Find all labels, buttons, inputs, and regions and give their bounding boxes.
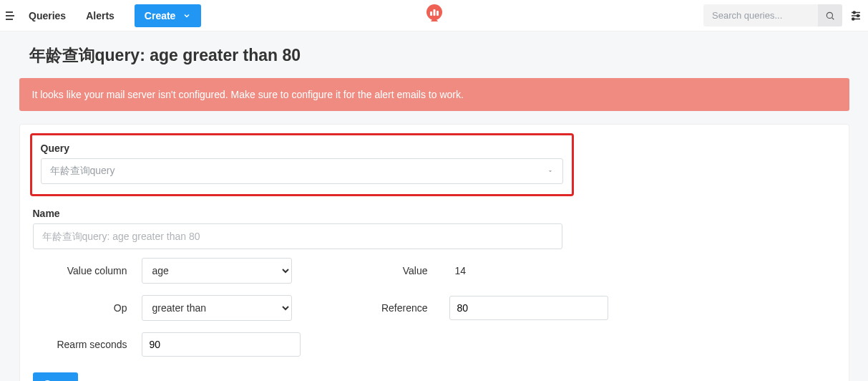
brand-logo [424, 4, 445, 28]
query-highlight-box: Query 年龄查询query [30, 133, 574, 196]
chevron-down-icon [182, 11, 191, 20]
svg-point-11 [852, 18, 854, 20]
svg-line-5 [832, 17, 834, 19]
page-title: 年龄查询query: age greater than 80 [19, 32, 849, 78]
nav-queries[interactable]: Queries [19, 3, 76, 29]
search-button[interactable] [818, 4, 842, 26]
svg-rect-1 [430, 11, 432, 16]
form-panel: Query 年龄查询query Name Value column [19, 124, 849, 381]
svg-point-4 [826, 12, 832, 18]
search-input[interactable] [703, 4, 818, 26]
query-label: Query [41, 143, 563, 154]
caret-down-icon [547, 165, 554, 177]
reference-input[interactable] [449, 296, 608, 320]
op-select[interactable]: greater than [142, 295, 292, 321]
alert-banner: It looks like your mail server isn't con… [19, 78, 849, 111]
svg-point-7 [853, 11, 855, 14]
value-display: 14 [449, 265, 467, 276]
search-container [703, 4, 842, 26]
save-button[interactable]: Save [33, 372, 79, 381]
rearm-label: Rearm seconds [42, 339, 142, 350]
topbar: Queries Alerts Create [0, 0, 868, 32]
reference-label: Reference [306, 302, 449, 314]
menu-icon[interactable] [6, 7, 19, 24]
value-label: Value [306, 265, 449, 276]
search-icon [825, 11, 835, 21]
create-button-label: Create [145, 10, 176, 21]
sliders-icon [849, 9, 862, 22]
svg-rect-3 [437, 11, 439, 16]
value-column-select[interactable]: age [142, 258, 292, 284]
svg-point-9 [857, 14, 859, 16]
value-column-label: Value column [42, 265, 142, 276]
nav-alerts[interactable]: Alerts [76, 3, 125, 29]
name-label: Name [33, 208, 836, 219]
svg-rect-2 [433, 9, 435, 16]
name-input[interactable] [33, 223, 562, 249]
query-select-value: 年龄查询query [50, 165, 115, 178]
query-select[interactable]: 年龄查询query [41, 158, 563, 184]
settings-button[interactable] [849, 9, 862, 22]
rearm-input[interactable] [142, 332, 301, 357]
op-label: Op [42, 302, 142, 314]
create-button[interactable]: Create [135, 4, 202, 27]
